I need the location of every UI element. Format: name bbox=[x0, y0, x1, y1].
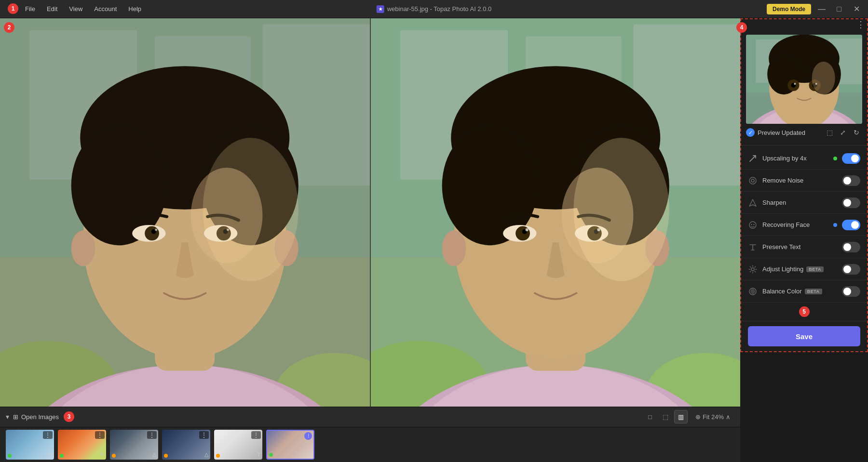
upscaling-dot bbox=[833, 157, 837, 160]
thumbnails-row: ⋮ ⊙ ⋮ ✎ ⋮ △ ⋮ △ bbox=[0, 427, 740, 462]
svg-point-74 bbox=[751, 224, 752, 224]
sharpen-icon bbox=[748, 198, 758, 208]
thumbnail-3[interactable]: ⋮ △ bbox=[110, 430, 158, 460]
fit-label: Fit 24% bbox=[703, 413, 724, 421]
thumb-3-indicator bbox=[112, 454, 116, 458]
main-area: 2 bbox=[0, 18, 868, 462]
expand-action-button[interactable]: ⤢ bbox=[837, 127, 849, 138]
image-container bbox=[0, 18, 740, 407]
remove-noise-toggle[interactable] bbox=[842, 175, 860, 186]
thumb-5-icon: T bbox=[257, 452, 260, 458]
svg-point-68 bbox=[794, 83, 796, 85]
svg-point-43 bbox=[515, 226, 530, 241]
check-icon: ✓ bbox=[746, 128, 755, 137]
svg-point-23 bbox=[71, 230, 95, 266]
menu-view[interactable]: View bbox=[64, 3, 87, 14]
thumb-3-icon: △ bbox=[152, 451, 156, 458]
view-split-button[interactable]: ⬚ bbox=[659, 410, 672, 423]
preserve-text-label: Preserve Text bbox=[762, 243, 837, 251]
thumb-4-more-btn[interactable]: ⋮ bbox=[199, 431, 209, 439]
svg-point-49 bbox=[442, 230, 466, 266]
collapse-button[interactable]: ▾ bbox=[6, 413, 9, 421]
svg-point-70 bbox=[812, 62, 835, 94]
preserve-text-toggle[interactable] bbox=[842, 242, 860, 252]
save-section: Save bbox=[741, 321, 867, 351]
original-portrait bbox=[0, 18, 370, 407]
close-button[interactable]: ✕ bbox=[850, 2, 863, 16]
thumb-2-more-btn[interactable]: ⋮ bbox=[95, 431, 105, 439]
original-image bbox=[0, 18, 370, 407]
preserve-text-icon bbox=[748, 242, 758, 252]
minimize-button[interactable]: — bbox=[815, 2, 828, 16]
thumb-1-icon: ⊙ bbox=[48, 451, 52, 458]
thumbnail-2[interactable]: ⋮ ✎ bbox=[58, 430, 106, 460]
preview-image bbox=[371, 18, 741, 407]
view-compare-button[interactable]: ▥ bbox=[674, 410, 688, 423]
menu-account[interactable]: Account bbox=[89, 3, 122, 14]
panel-more-button[interactable]: ⋮ bbox=[856, 20, 865, 29]
save-button[interactable]: Save bbox=[748, 326, 860, 346]
sharpen-toggle[interactable] bbox=[842, 198, 860, 208]
menu-edit[interactable]: Edit bbox=[42, 3, 62, 14]
thumb-4-icon: △ bbox=[204, 451, 208, 458]
svg-point-21 bbox=[155, 228, 157, 231]
maximize-button[interactable]: □ bbox=[832, 2, 846, 16]
open-images-label: Open Images bbox=[21, 413, 59, 421]
recover-face-dot bbox=[833, 223, 837, 227]
canvas-area: 2 bbox=[0, 18, 740, 462]
preview-panel bbox=[370, 18, 741, 407]
thumb-1-more-btn[interactable]: ⋮ bbox=[43, 431, 53, 439]
upscaling-toggle[interactable] bbox=[842, 153, 860, 164]
adjustment-recover-face: Recovering Face bbox=[741, 214, 867, 236]
app-title-area: ★ webinar-55.jpg - Topaz Photo AI 2.0.0 bbox=[377, 5, 492, 13]
step-badge-1: 1 bbox=[8, 3, 18, 14]
adjustment-sharpen: Sharpen bbox=[741, 192, 867, 214]
menu-bar: 1 File Edit View Account Help bbox=[5, 3, 146, 14]
preview-status-row: ✓ Preview Updated ⬚ ⤢ ↻ bbox=[746, 124, 862, 140]
recover-face-icon bbox=[748, 220, 758, 230]
svg-point-71 bbox=[749, 177, 756, 184]
bottom-toolbar: ▾ ⊞ Open Images 3 □ ⬚ ▥ ⊕ Fit 24% ∧ bbox=[0, 407, 740, 427]
adjust-lighting-label: Adjust Lighting BETA bbox=[762, 265, 837, 273]
right-panel-wrapper: 4 ⋮ bbox=[740, 18, 868, 462]
thumb-2-indicator bbox=[60, 454, 64, 458]
svg-point-76 bbox=[751, 268, 754, 271]
adjustment-adjust-lighting: Adjust Lighting BETA bbox=[741, 258, 867, 280]
topaz-logo: ★ bbox=[377, 5, 384, 13]
bottom-strip: ▾ ⊞ Open Images 3 □ ⬚ ▥ ⊕ Fit 24% ∧ bbox=[0, 407, 740, 462]
refresh-action-button[interactable]: ↻ bbox=[851, 127, 862, 138]
thumbnail-1[interactable]: ⋮ ⊙ bbox=[6, 430, 54, 460]
open-images-button[interactable]: ⊞ Open Images bbox=[13, 413, 59, 421]
menu-help[interactable]: Help bbox=[123, 3, 146, 14]
recover-face-toggle[interactable] bbox=[842, 220, 860, 230]
view-single-button[interactable]: □ bbox=[643, 410, 657, 423]
right-panel: ⋮ bbox=[740, 18, 868, 352]
preview-action-buttons: ⬚ ⤢ ↻ bbox=[824, 127, 862, 138]
thumb-3-more-btn[interactable]: ⋮ bbox=[147, 431, 157, 439]
thumbnail-5[interactable]: ⋮ T bbox=[214, 430, 262, 460]
upscaling-label: Upscaling by 4x bbox=[762, 155, 828, 162]
balance-color-toggle[interactable] bbox=[842, 286, 860, 297]
panel-bottom-step: 5 bbox=[741, 304, 867, 321]
window-controls: Demo Mode — □ ✕ bbox=[767, 2, 863, 16]
thumbnail-6[interactable]: ⋮ ✎ bbox=[266, 430, 314, 460]
adjustments-list: Upscaling by 4x Remove Noise bbox=[741, 145, 867, 304]
thumbnail-4[interactable]: ⋮ △ bbox=[162, 430, 210, 460]
thumb-1-indicator bbox=[8, 454, 12, 458]
menu-file[interactable]: File bbox=[20, 3, 40, 14]
fit-zoom-button[interactable]: ⊕ Fit 24% ∧ bbox=[692, 411, 734, 422]
demo-mode-button[interactable]: Demo Mode bbox=[767, 4, 811, 14]
adjust-lighting-toggle[interactable] bbox=[842, 264, 860, 275]
recover-face-label: Recovering Face bbox=[762, 221, 828, 228]
preview-portrait bbox=[371, 18, 741, 407]
thumb-6-icon: ✎ bbox=[307, 450, 312, 457]
adjustment-preserve-text: Preserve Text bbox=[741, 236, 867, 258]
panel-header: ⋮ bbox=[741, 19, 867, 30]
expand-icon: ∧ bbox=[726, 413, 731, 421]
thumb-6-indicator bbox=[269, 453, 273, 457]
thumb-5-more-btn[interactable]: ⋮ bbox=[251, 431, 261, 439]
upscaling-icon bbox=[748, 154, 758, 163]
thumb-4-indicator bbox=[164, 454, 168, 458]
thumb-6-badge: ⋮ bbox=[304, 432, 312, 440]
crop-action-button[interactable]: ⬚ bbox=[824, 127, 835, 138]
